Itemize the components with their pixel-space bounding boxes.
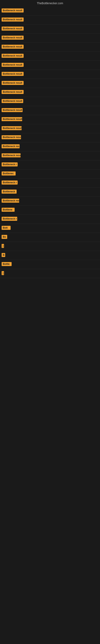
bottleneck-result-badge[interactable]: Bottleneck r <box>1 217 17 221</box>
bottleneck-result-badge[interactable]: Bottle <box>1 262 12 266</box>
bottleneck-result-badge[interactable]: Bottleneck result <box>1 99 23 103</box>
result-item: Bottleneck result <box>0 43 100 52</box>
result-item: Bottleneck r <box>0 215 100 224</box>
result-item: B <box>0 251 100 260</box>
site-title: TheBottlenecker.com <box>0 0 100 6</box>
bottleneck-result-badge[interactable]: Bottleneck result <box>1 81 24 85</box>
bottleneck-result-badge[interactable]: Bottleneck result <box>1 8 24 12</box>
bottleneck-result-badge[interactable]: Bottleneck result <box>1 72 24 76</box>
bottleneck-result-badge[interactable]: Bottleneck result <box>1 45 24 49</box>
bottleneck-result-badge[interactable]: Bottleneck result <box>1 126 22 130</box>
bottleneck-result-badge[interactable]: Bottleneck result <box>1 18 24 22</box>
result-item: Bottleneck result <box>0 115 100 124</box>
result-item: Bottleneck result <box>0 97 100 106</box>
bottleneck-result-badge[interactable]: Bott <box>1 226 11 230</box>
bottleneck-result-badge[interactable]: Bottleneck res <box>1 199 19 203</box>
result-item: Bottleneck result <box>0 34 100 43</box>
result-item: Bottleneck result <box>0 124 100 133</box>
bottleneck-result-badge[interactable]: Bottleneck result <box>1 26 24 30</box>
result-item: Bottleneck result <box>0 88 100 97</box>
bottleneck-result-badge[interactable]: Bottleneck r <box>1 162 18 166</box>
result-item: Bottleneck <box>0 188 100 196</box>
bottleneck-result-badge[interactable]: Bottleneck res <box>1 144 20 148</box>
bottleneck-result-badge[interactable]: Bottleneck result <box>1 117 22 121</box>
bottleneck-result-badge[interactable]: Bottlenec <box>1 172 16 176</box>
result-item: Bott <box>0 224 100 233</box>
result-item: Bottleneck result <box>0 6 100 16</box>
bottleneck-result-badge[interactable]: Bottleneck result <box>1 135 21 139</box>
bottleneck-result-badge[interactable]: | <box>1 244 4 248</box>
result-item: | <box>0 242 100 251</box>
result-item: Bo <box>0 233 100 242</box>
bottleneck-result-badge[interactable]: Bottleneck result <box>1 36 24 40</box>
bottleneck-result-badge[interactable]: Bottleneck result <box>1 90 24 94</box>
result-item: | <box>0 269 100 278</box>
bottleneck-result-badge[interactable]: Bottleneck result <box>1 108 23 112</box>
bottleneck-result-badge[interactable]: Bottlene <box>1 208 15 212</box>
result-item: Bottleneck res <box>0 142 100 151</box>
result-item: Bottleneck r <box>0 178 100 188</box>
bottleneck-result-badge[interactable]: | <box>1 271 4 275</box>
result-item: Bottleneck result <box>0 106 100 115</box>
bottleneck-result-badge[interactable]: Bottleneck result <box>1 63 24 67</box>
result-item: Bottleneck result <box>0 16 100 24</box>
result-item: Bottlene <box>0 206 100 215</box>
bottleneck-result-badge[interactable]: B <box>1 253 5 257</box>
result-item: Bottleneck result <box>0 79 100 88</box>
result-item: Bottleneck result <box>0 151 100 160</box>
result-item: Bottleneck result <box>0 24 100 34</box>
site-title-text: TheBottlenecker.com <box>37 2 63 5</box>
result-item: Bottleneck result <box>0 52 100 61</box>
bottleneck-result-badge[interactable]: Bottleneck result <box>1 153 21 158</box>
result-item: Bottle <box>0 260 100 269</box>
result-item: Bottleneck res <box>0 196 100 206</box>
bottleneck-result-badge[interactable]: Bottleneck r <box>1 180 18 184</box>
result-item: Bottleneck result <box>0 70 100 79</box>
bottleneck-result-badge[interactable]: Bottleneck <box>1 190 17 194</box>
result-item: Bottleneck r <box>0 160 100 170</box>
bottleneck-result-badge[interactable]: Bottleneck result <box>1 54 24 58</box>
results-container: Bottleneck resultBottleneck resultBottle… <box>0 6 100 298</box>
result-item: Bottleneck result <box>0 133 100 142</box>
result-item: Bottlenec <box>0 170 100 178</box>
result-item: Bottleneck result <box>0 61 100 70</box>
bottleneck-result-badge[interactable]: Bo <box>1 235 7 239</box>
